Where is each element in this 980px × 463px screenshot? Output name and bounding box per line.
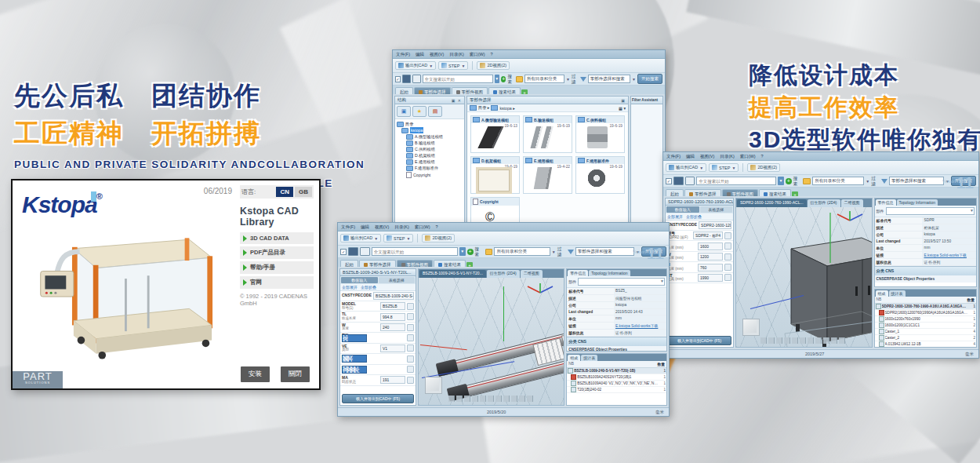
2d-view-button[interactable]: 2D视图(2): [422, 234, 455, 242]
param-value-dropdown[interactable]: 1600: [698, 242, 723, 250]
menu-window[interactable]: 窗口(W): [740, 154, 756, 159]
expand-all-link[interactable]: 全部展开: [342, 285, 358, 290]
structure-filter[interactable]: NB: [875, 297, 960, 303]
menu-official-site[interactable]: 官网: [240, 276, 314, 289]
menu-window[interactable]: 窗口(W): [470, 52, 485, 57]
param-edit-icon[interactable]: [724, 253, 731, 261]
2d-view-button[interactable]: 2D视图(2): [747, 163, 780, 172]
menu-view[interactable]: 视图(V): [375, 224, 389, 230]
export-cad-dropdown[interactable]: 输出到CAD▼: [340, 234, 381, 242]
format-dropdown[interactable]: STEP▼: [438, 61, 468, 70]
param-edit-icon[interactable]: [407, 303, 414, 310]
structure-filter[interactable]: NB: [567, 361, 651, 367]
structure-item[interactable]: Caster_14: [875, 329, 976, 335]
menu-edit[interactable]: 编辑: [361, 224, 369, 230]
param-value-dropdown[interactable]: BSZ5LB: [380, 302, 405, 310]
lang-cn-button[interactable]: CN: [276, 187, 293, 197]
param-edit-icon[interactable]: [407, 313, 414, 320]
object-properties-label[interactable]: CNSERPBASE Object Properties: [875, 275, 976, 283]
values-tab[interactable]: 数值输入: [666, 206, 699, 213]
scope-select[interactable]: 所有目录和分类: [524, 75, 564, 83]
search-dropdown-icon[interactable]: ▼: [778, 177, 784, 185]
load-to-cad-button[interactable]: 载入并导出到CAD中 (F5): [342, 394, 414, 403]
param-value-dropdown[interactable]: V1: [380, 345, 405, 352]
view-cube[interactable]: [425, 377, 442, 394]
param-value-dropdown[interactable]: 240: [380, 323, 405, 331]
expand-all-link[interactable]: 全部展开: [667, 214, 683, 219]
param-value-dropdown[interactable]: 191: [380, 376, 405, 384]
menu-file[interactable]: 文件(F): [666, 154, 681, 159]
search-dropdown-icon[interactable]: ▼: [459, 247, 466, 256]
menu-help[interactable]: ?: [761, 154, 764, 159]
filter-assistant-header[interactable]: Filter Assistant: [631, 97, 662, 104]
menu-edit[interactable]: 编辑: [686, 154, 695, 159]
sort-controls[interactable]: ▦ ▾: [619, 106, 626, 111]
2d-tab[interactable]: 二维视图: [521, 270, 543, 278]
menu-pdf-catalog[interactable]: PDF产品目录: [240, 246, 314, 259]
export-cad-dropdown[interactable]: 输出到CAD▼: [395, 61, 436, 70]
tree-node-d[interactable]: D.机架模组: [406, 152, 463, 159]
param-edit-icon[interactable]: [724, 242, 731, 250]
part-info-tab[interactable]: 零件信息: [876, 199, 896, 206]
catalog-tile[interactable]: B.输送模组 19-6-19: [523, 115, 572, 153]
catalog-db-icon[interactable]: ▣: [397, 106, 411, 117]
structure-item[interactable]: BSZ5LB-1009-240-S-V1-NY-T20(-1B)1: [567, 368, 666, 374]
topology-tab[interactable]: Topology Information: [897, 199, 938, 206]
param-value-dropdown[interactable]: NY: [342, 355, 367, 363]
topology-tab[interactable]: Topology Information: [589, 270, 630, 276]
chevron-down-icon[interactable]: ▼: [566, 77, 570, 82]
table-tab[interactable]: 表格选择: [700, 206, 733, 213]
param-value-dropdown[interactable]: T20L: [342, 366, 367, 374]
search-mode-button[interactable]: [348, 247, 358, 256]
tree-node-f[interactable]: F.通用标准件: [406, 165, 463, 171]
favorites-star-icon[interactable]: ★: [412, 106, 426, 117]
param-value-dropdown[interactable]: SDPR2 - 标F4: [693, 232, 723, 239]
tree-node-a[interactable]: A.微型输送模组: [406, 133, 463, 140]
search-input[interactable]: [372, 247, 458, 256]
lang-gb-button[interactable]: GB: [295, 187, 312, 197]
param-value-dropdown[interactable]: 1990: [698, 274, 723, 282]
param-value-dropdown[interactable]: 1200: [698, 253, 723, 261]
param-edit-icon[interactable]: [724, 264, 731, 271]
composition-tab[interactable]: 组成: [876, 290, 888, 297]
param-edit-icon[interactable]: [407, 345, 414, 352]
menu-window[interactable]: 窗口(W): [415, 224, 430, 230]
chevron-down-icon[interactable]: ▼: [632, 77, 636, 82]
install-button[interactable]: 安装: [241, 366, 270, 382]
catalog-tile[interactable]: D.机架模组 19-6-19: [470, 156, 520, 194]
values-tab[interactable]: 数值输入: [341, 277, 378, 283]
tree-node-root[interactable]: 目录: [397, 121, 463, 127]
menu-help[interactable]: ?: [436, 224, 438, 229]
rail-3d-viewport[interactable]: BSZ5LB-1009-240-S-V1-NY-T20... 衍生部件 (2D4…: [418, 268, 564, 406]
part-select[interactable]: ▼: [578, 278, 665, 286]
catalog-tile[interactable]: A.微型输送模组 19-6-13: [470, 115, 520, 153]
add-search-icon[interactable]: +: [786, 178, 792, 184]
statistics-tab[interactable]: 统计表: [581, 355, 597, 361]
filter-select[interactable]: 零部件选择和搜索: [588, 75, 630, 83]
table-tab[interactable]: 表格选择: [379, 277, 416, 283]
add-search-icon[interactable]: +: [501, 76, 506, 82]
scope-select[interactable]: 所有目录和分类: [494, 247, 550, 256]
chevron-down-icon[interactable]: ▼: [866, 179, 869, 184]
structure-item[interactable]: 1600x1200x760x19901: [875, 316, 976, 323]
menu-edit[interactable]: 编辑: [416, 52, 424, 57]
view-cube[interactable]: [742, 319, 760, 336]
2d-tab[interactable]: 二维视图: [841, 199, 863, 207]
composition-tab[interactable]: 组成: [568, 355, 580, 361]
param-edit-icon[interactable]: [407, 377, 414, 384]
search-mode-button[interactable]: [402, 75, 411, 83]
derived-tab[interactable]: 衍生部件 (2D4): [487, 270, 520, 278]
catalog-tile[interactable]: E.通用模组 19-4-22: [523, 156, 572, 194]
search-input[interactable]: [423, 75, 493, 83]
structure-item[interactable]: SDPR2(1600)1200760(1990A)A16UA16GA16GA…1: [875, 310, 976, 316]
filter-select[interactable]: 零部件选择和搜索: [889, 177, 944, 185]
param-value-dropdown[interactable]: 760: [698, 264, 723, 272]
add-search-icon[interactable]: +: [467, 249, 474, 255]
param-value-dropdown[interactable]: 1: [342, 334, 367, 342]
model-tab[interactable]: SDPR2-1600-1200-760-1990-ACL...: [737, 199, 807, 207]
structure-item[interactable]: A.013942.LW12.12-1B4: [875, 341, 976, 347]
breadcrumb-root[interactable]: 目录 ▸: [478, 105, 489, 111]
menu-view[interactable]: 视图(V): [700, 154, 714, 159]
history-calendar-icon[interactable]: ▤: [428, 106, 442, 117]
param-edit-icon[interactable]: [724, 274, 731, 281]
